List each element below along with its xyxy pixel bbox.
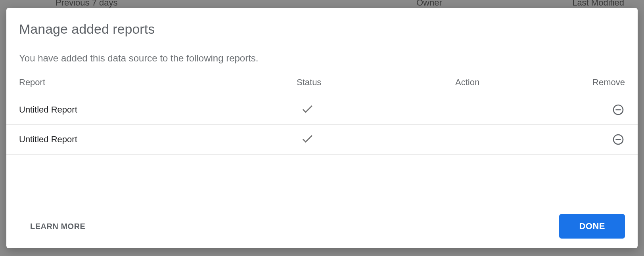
bg-owner-label: Owner <box>416 0 442 8</box>
column-header-status: Status <box>297 77 356 88</box>
column-header-action: Action <box>356 77 515 88</box>
dialog-subtitle: You have added this data source to the f… <box>6 49 638 70</box>
remove-circle-icon <box>612 103 625 116</box>
report-name[interactable]: Untitled Report <box>19 134 297 145</box>
check-icon <box>301 132 314 147</box>
remove-circle-icon <box>612 133 625 146</box>
manage-reports-dialog: Manage added reports You have added this… <box>6 8 638 248</box>
dialog-actions: LEARN MORE DONE <box>6 204 638 248</box>
learn-more-button[interactable]: LEARN MORE <box>30 222 85 231</box>
column-header-remove: Remove <box>515 77 625 88</box>
check-icon <box>301 102 314 117</box>
remove-button[interactable] <box>611 133 625 146</box>
remove-button[interactable] <box>611 103 625 117</box>
column-header-report: Report <box>19 77 297 88</box>
bg-lastmodified-label: Last Modified <box>572 0 624 8</box>
table-row: Untitled Report <box>6 95 638 125</box>
report-name[interactable]: Untitled Report <box>19 105 297 115</box>
table-header: Report Status Action Remove <box>6 70 638 95</box>
dialog-title: Manage added reports <box>6 21 638 49</box>
done-button[interactable]: DONE <box>559 214 625 239</box>
table-row: Untitled Report <box>6 125 638 155</box>
bg-section-label: Previous 7 days <box>56 0 118 8</box>
